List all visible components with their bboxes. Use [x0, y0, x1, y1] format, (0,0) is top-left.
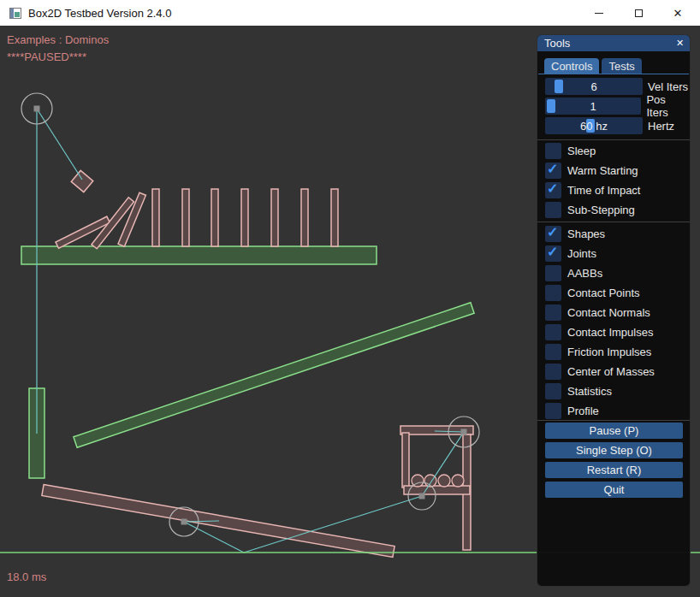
checkbox-label: Shapes	[567, 228, 605, 240]
domino-platform	[21, 246, 377, 264]
checkbox-sub-stepping[interactable]: Sub-Stepping	[545, 202, 690, 218]
domino-standing	[301, 189, 308, 246]
domino-standing	[331, 189, 338, 246]
slider-value: 1	[545, 98, 641, 115]
ball	[438, 475, 450, 487]
checkbox-label: Time of Impact	[567, 184, 640, 197]
checkbox-box	[545, 344, 561, 360]
tab-bar: Controls Tests	[544, 58, 642, 74]
pause-button[interactable]: Pause (P)	[545, 423, 683, 439]
checkbox-label: AABBs	[567, 267, 602, 280]
checkbox-box: ✓	[545, 226, 561, 242]
pendulum-bob	[71, 170, 92, 192]
checkbox-time-of-impact[interactable]: ✓Time of Impact	[545, 182, 690, 198]
quit-button[interactable]: Quit	[545, 482, 683, 498]
tab-tests[interactable]: Tests	[602, 58, 641, 74]
window-titlebar[interactable]: Box2D Testbed Version 2.4.0 ✕	[0, 0, 700, 26]
checkbox-label: Warm Starting	[567, 164, 638, 177]
domino-standing	[152, 189, 159, 246]
slider-label: Vel Iters	[648, 80, 688, 93]
checkbox-label: Sleep	[567, 145, 596, 157]
checkbox-list: Sleep✓Warm Starting✓Time of ImpactSub-St…	[545, 143, 690, 419]
hertz-slider[interactable]: 60 hz	[545, 117, 643, 134]
tab-controls[interactable]: Controls	[544, 58, 599, 74]
checkbox-contact-impulses[interactable]: Contact Impulses	[545, 324, 690, 340]
checkbox-box	[545, 364, 561, 380]
checkbox-label: Profile	[567, 405, 599, 417]
checkbox-label: Statistics	[567, 385, 612, 398]
domino-standing	[241, 189, 248, 246]
vel-iters-slider[interactable]: 6	[545, 78, 643, 95]
frame-shelf	[404, 486, 470, 494]
checkbox-shapes[interactable]: ✓Shapes	[545, 226, 690, 242]
checkbox-box	[545, 383, 561, 399]
maximize-icon	[635, 9, 643, 17]
checkbox-box: ✓	[545, 245, 561, 262]
panel-close-button[interactable]: ✕	[673, 37, 686, 50]
joint-anchor	[419, 494, 425, 499]
separator	[537, 139, 690, 140]
close-button[interactable]: ✕	[658, 0, 697, 26]
slider-row: 60 hz Hertz	[537, 117, 690, 134]
checkbox-aabbs[interactable]: AABBs	[545, 265, 690, 281]
simulation-canvas[interactable]: Examples : Dominos ****PAUSED**** 18.0 m…	[0, 26, 700, 597]
joint-anchor	[181, 519, 187, 525]
separator	[537, 222, 690, 222]
checkbox-profile[interactable]: Profile	[545, 403, 690, 419]
frame-left-leg	[402, 433, 409, 488]
checkbox-box	[545, 202, 561, 218]
checkbox-warm-starting[interactable]: ✓Warm Starting	[545, 163, 690, 179]
checkbox-box	[545, 285, 561, 301]
joint-anchor	[34, 106, 40, 112]
checkbox-label: Sub-Stepping	[567, 204, 635, 216]
slider-value: 6	[545, 78, 643, 95]
checkbox-box: ✓	[545, 163, 561, 179]
slider-label: Pos Iters	[646, 93, 690, 119]
ball	[452, 475, 464, 487]
domino-standing	[211, 189, 218, 246]
app-icon	[9, 8, 21, 19]
maximize-button[interactable]	[619, 0, 658, 26]
checkbox-label: Contact Points	[567, 287, 640, 299]
checkbox-center-of-masses[interactable]: Center of Masses	[545, 364, 690, 380]
close-icon: ✕	[673, 8, 683, 19]
box2d-testbed-window: Box2D Testbed Version 2.4.0 ✕ Examples :…	[0, 0, 700, 597]
tab-underline	[538, 74, 689, 74]
minimize-icon	[595, 13, 603, 14]
pos-iters-slider[interactable]: 1	[545, 98, 641, 115]
check-icon: ✓	[547, 224, 558, 240]
slider-row: 6 Vel Iters	[537, 78, 690, 95]
iteration-sliders: 6 Vel Iters 1 Pos Iters 60 hz	[537, 78, 690, 134]
slider-label: Hertz	[648, 120, 674, 133]
checkbox-label: Contact Normals	[567, 306, 650, 319]
app-icon-block	[15, 12, 20, 17]
check-icon: ✓	[547, 244, 558, 260]
single-step-button[interactable]: Single Step (O)	[545, 442, 683, 458]
separator	[537, 420, 690, 421]
paused-label: ****PAUSED****	[7, 50, 86, 63]
restart-button[interactable]: Restart (R)	[545, 462, 683, 478]
window-title: Box2D Testbed Version 2.4.0	[28, 7, 171, 20]
checkbox-sleep[interactable]: Sleep	[545, 143, 690, 159]
checkbox-joints[interactable]: ✓Joints	[545, 245, 690, 262]
joint-anchor	[461, 429, 467, 435]
checkbox-statistics[interactable]: Statistics	[545, 383, 690, 399]
slider-row: 1 Pos Iters	[537, 98, 690, 115]
app-icon-bar	[10, 9, 14, 18]
action-buttons: Pause (P) Single Step (O) Restart (R) Qu…	[545, 423, 683, 498]
checkbox-contact-normals[interactable]: Contact Normals	[545, 304, 690, 321]
checkbox-contact-points[interactable]: Contact Points	[545, 285, 690, 301]
checkbox-box	[545, 265, 561, 281]
window-controls: ✕	[579, 0, 697, 26]
minimize-button[interactable]	[579, 0, 619, 26]
checkbox-box	[545, 403, 561, 419]
domino-standing	[182, 189, 189, 246]
check-icon: ✓	[547, 180, 558, 197]
checkbox-box	[545, 324, 561, 340]
frame-time-label: 18.0 ms	[7, 570, 46, 583]
tools-panel-titlebar[interactable]: Tools ✕	[537, 35, 690, 51]
joint-line	[37, 109, 82, 180]
slider-value: 60 hz	[545, 117, 643, 134]
checkbox-friction-impulses[interactable]: Friction Impulses	[545, 344, 690, 360]
domino-standing	[271, 189, 278, 246]
